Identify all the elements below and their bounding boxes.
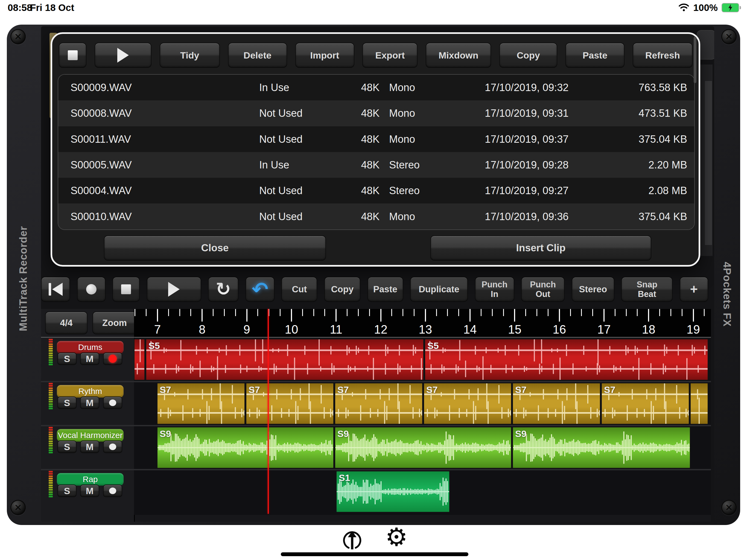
clip-label: S5 <box>428 340 439 351</box>
table-scrollbar[interactable] <box>694 36 696 83</box>
refresh-button[interactable]: Refresh <box>633 43 693 68</box>
delete-button[interactable]: Delete <box>228 43 287 68</box>
audio-clip[interactable]: S7 <box>423 383 512 424</box>
audio-clip[interactable]: S7 <box>512 383 600 424</box>
mute-button[interactable]: M <box>80 353 99 365</box>
close-button[interactable]: Close <box>104 235 326 261</box>
punch-out-button[interactable]: PunchOut <box>521 277 565 302</box>
play-button[interactable] <box>147 277 201 302</box>
battery-charging-icon <box>722 3 741 12</box>
insert-clip-button[interactable]: Insert Clip <box>430 235 651 261</box>
ruler-tick <box>570 309 571 316</box>
track-name-button[interactable]: Drums <box>57 341 124 354</box>
file-row[interactable]: S00004.WAVNot Used48KStereo17/10/2019, 0… <box>58 178 694 203</box>
add-button[interactable]: + <box>680 277 708 302</box>
ruler-tick <box>168 309 169 316</box>
mixdown-button[interactable]: Mixdown <box>426 43 491 68</box>
background-scrollbar-peek <box>705 81 712 245</box>
ruler-tick <box>391 309 392 316</box>
file-cell-rate: 48K <box>343 82 380 94</box>
track-headers: 4/4ZoomDrumsSMRythmSMVocal HarmonizerSMR… <box>41 309 135 522</box>
file-cell-size: 375.04 KB <box>601 133 687 145</box>
solo-button[interactable]: S <box>57 485 77 497</box>
audio-clip[interactable]: S7 <box>335 383 423 424</box>
audio-clip[interactable]: S9 <box>512 427 690 468</box>
audio-clip[interactable]: S7 <box>246 383 334 424</box>
ruler-tick <box>670 309 671 316</box>
audio-clip[interactable]: S7 <box>601 383 689 424</box>
stop-button[interactable] <box>112 277 140 302</box>
status-time: 08:58 <box>8 2 32 13</box>
level-meter-icon <box>49 471 53 498</box>
track-lane-rap: S1 <box>134 470 711 513</box>
arm-record-button[interactable] <box>103 440 122 453</box>
ruler-tick <box>146 309 147 316</box>
cut-button[interactable]: Cut <box>281 277 317 302</box>
file-row[interactable]: S00005.WAVIn Use48KStereo17/10/2019, 09:… <box>58 152 694 178</box>
undo-button[interactable]: ↶ <box>246 277 275 302</box>
zoom-button[interactable]: Zoom <box>93 311 137 334</box>
ruler-tick <box>548 309 548 316</box>
level-meter-icon <box>49 383 53 410</box>
dialog-stop-button[interactable] <box>59 43 86 68</box>
file-cell-rate: 48K <box>343 133 380 145</box>
screw-icon <box>10 29 26 44</box>
rewind-button[interactable] <box>41 277 70 302</box>
file-row[interactable]: S00009.WAVIn Use48KMono17/10/2019, 09:32… <box>58 75 694 100</box>
file-cell-date: 17/10/2019, 09:28 <box>485 159 568 171</box>
audio-clip[interactable]: S1 <box>336 471 450 512</box>
solo-button[interactable]: S <box>57 440 77 453</box>
time-signature-button[interactable]: 4/4 <box>45 311 87 334</box>
paste-button[interactable]: Paste <box>565 43 624 68</box>
punch-in-button[interactable]: PunchIn <box>475 277 514 302</box>
record-button[interactable] <box>77 277 106 302</box>
ruler-tick <box>179 309 180 316</box>
audio-clip[interactable]: S5 <box>146 339 424 380</box>
audio-clip[interactable] <box>690 383 708 424</box>
audio-clip[interactable]: S9 <box>335 427 512 468</box>
ruler-tick <box>492 309 493 316</box>
tidy-button[interactable]: Tidy <box>160 43 220 68</box>
solo-button[interactable]: S <box>57 397 77 409</box>
copy-button[interactable]: Copy <box>499 43 557 68</box>
track-name-button[interactable]: Vocal Harmonizer <box>57 429 124 441</box>
ruler-tick <box>581 309 582 316</box>
mute-button[interactable]: M <box>80 485 99 497</box>
home-indicator[interactable] <box>281 552 468 556</box>
audio-clip[interactable]: S7 <box>157 383 245 424</box>
timeline-ruler[interactable]: 78910111213141516171819 <box>134 309 711 337</box>
stereo-button[interactable]: Stereo <box>572 277 614 302</box>
waveform <box>335 427 511 468</box>
ruler-tick <box>626 309 627 316</box>
play-icon <box>168 282 180 297</box>
dialog-play-button[interactable] <box>95 43 152 68</box>
arm-record-button[interactable] <box>103 353 122 365</box>
file-row[interactable]: S00008.WAVNot Used48KMono17/10/2019, 09:… <box>58 100 694 126</box>
audio-clip[interactable] <box>134 339 145 380</box>
mute-button[interactable]: M <box>80 397 99 409</box>
audio-clip[interactable]: S5 <box>424 339 708 380</box>
playhead[interactable] <box>268 309 269 514</box>
paste-button[interactable]: Paste <box>367 277 403 302</box>
snap-beat-button[interactable]: SnapBeat <box>621 277 673 302</box>
play-icon <box>117 48 129 62</box>
ruler-bar-number: 13 <box>419 323 432 336</box>
file-row[interactable]: S00011.WAVNot Used48KMono17/10/2019, 09:… <box>58 126 694 152</box>
copy-button[interactable]: Copy <box>324 277 360 302</box>
track-name-button[interactable]: Rap <box>57 473 124 486</box>
share-upload-icon[interactable] <box>342 528 362 551</box>
export-button[interactable]: Export <box>362 43 417 68</box>
track-name-button[interactable]: Rythm <box>57 385 124 398</box>
settings-gear-icon[interactable]: ⚙ <box>383 524 410 550</box>
arm-record-button[interactable] <box>103 397 122 409</box>
loop-button[interactable]: ↻ <box>208 277 238 302</box>
duplicate-button[interactable]: Duplicate <box>410 277 468 302</box>
audio-clip[interactable]: S9 <box>157 427 334 468</box>
arm-record-button[interactable] <box>103 485 122 497</box>
ruler-tick <box>704 309 705 316</box>
solo-button[interactable]: S <box>57 353 77 365</box>
file-cell-ch: Stereo <box>389 185 420 197</box>
mute-button[interactable]: M <box>80 440 99 453</box>
import-button[interactable]: Import <box>295 43 354 68</box>
file-row[interactable]: S00010.WAVNot Used48KMono17/10/2019, 09:… <box>58 203 694 229</box>
